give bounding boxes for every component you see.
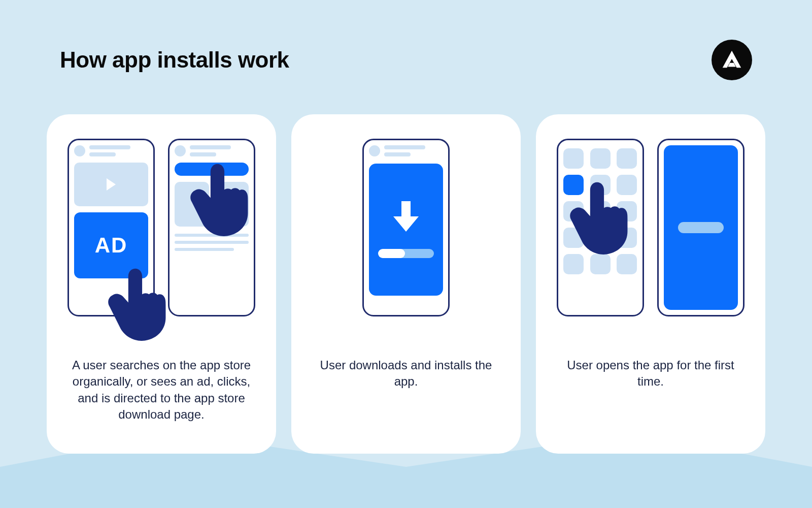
profile-row-icon [369, 145, 443, 156]
selected-app-icon [563, 175, 584, 195]
progress-bar-icon [378, 249, 434, 258]
header: How app installs work [60, 40, 752, 80]
step-2-illustration [362, 139, 450, 342]
download-panel-icon [369, 164, 443, 296]
phone-ad-feed-icon: AD [67, 139, 155, 316]
phone-store-listing-icon [168, 139, 255, 316]
step-1-caption: A user searches on the app store organic… [65, 357, 258, 423]
phone-home-grid-icon [557, 139, 644, 316]
ad-block-icon: AD [74, 212, 148, 278]
page-title: How app installs work [60, 47, 289, 73]
step-card-2: User downloads and installs the app. [291, 114, 521, 454]
app-grid-icon [563, 148, 637, 274]
profile-row-icon [74, 145, 148, 156]
download-arrow-icon [393, 201, 419, 237]
profile-row-icon [175, 145, 249, 156]
install-pill-icon [175, 163, 249, 176]
step-1-illustration: AD [67, 139, 255, 342]
loading-indicator-icon [678, 222, 724, 233]
description-lines-icon [175, 234, 249, 251]
brand-logo [712, 40, 752, 80]
screenshot-thumbs-icon [175, 182, 249, 227]
step-3-caption: User opens the app for the first time. [554, 357, 747, 390]
phone-loading-icon [657, 139, 745, 316]
step-card-1: AD [47, 114, 276, 454]
step-card-3: User opens the app for the first time. [536, 114, 765, 454]
adjust-logo-icon [720, 48, 744, 72]
video-placeholder-icon [74, 163, 148, 206]
step-2-caption: User downloads and installs the app. [310, 357, 502, 390]
ad-label: AD [95, 233, 128, 258]
step-3-illustration [557, 139, 745, 342]
phone-download-icon [362, 139, 450, 316]
steps-row: AD [47, 114, 765, 454]
